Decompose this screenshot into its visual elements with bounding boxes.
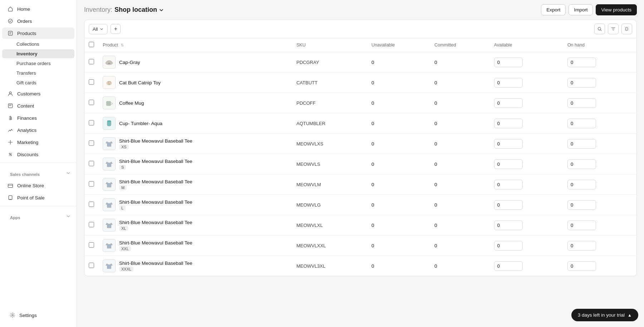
sales-channels-expand-icon[interactable] (65, 170, 72, 176)
row-checkbox-cell (84, 174, 98, 195)
table-body: Cap-Gray PDCGRAY 0 0 (84, 52, 636, 276)
sidebar-item-inventory[interactable]: Inventory (2, 49, 74, 58)
on-hand-input[interactable] (567, 139, 596, 149)
on-hand-input[interactable] (567, 159, 596, 169)
on-hand-cell (563, 256, 636, 276)
available-cell (490, 236, 563, 256)
on-hand-input[interactable] (567, 221, 596, 230)
unavailable-value: 0 (371, 162, 374, 167)
on-hand-input[interactable] (567, 78, 596, 88)
available-input[interactable] (494, 221, 523, 230)
row-checkbox[interactable] (89, 120, 94, 125)
column-filter-button[interactable] (608, 24, 619, 34)
svg-point-12 (107, 81, 112, 85)
product-variant: S (119, 165, 126, 170)
apps-label: Apps (5, 211, 25, 221)
available-input[interactable] (494, 200, 523, 210)
table-row: Cup- Tumbler- Aqua AQTUMBLER 0 0 (84, 113, 636, 134)
filter-icon (611, 26, 616, 31)
available-input[interactable] (494, 241, 523, 251)
table-row: Shirt-Blue Meowavul Baseball Tee XL MEOW… (84, 215, 636, 236)
product-variant: L (119, 205, 126, 210)
sidebar-item-products[interactable]: Products (2, 28, 74, 39)
row-checkbox[interactable] (89, 161, 94, 166)
sidebar-item-collections[interactable]: Collections (2, 40, 74, 49)
product-info: Coffee Mug (119, 100, 144, 106)
product-thumbnail (103, 219, 116, 232)
available-input[interactable] (494, 98, 523, 108)
on-hand-input[interactable] (567, 261, 596, 271)
sidebar-item-content[interactable]: Content (2, 100, 74, 112)
row-checkbox-cell (84, 236, 98, 256)
committed-value: 0 (434, 80, 437, 85)
svg-point-8 (12, 314, 13, 316)
sidebar-item-purchase-orders[interactable]: Purchase orders (2, 59, 74, 68)
product-sort-icon[interactable]: ⇅ (121, 43, 124, 47)
committed-value: 0 (434, 100, 437, 106)
on-hand-input[interactable] (567, 200, 596, 210)
sidebar-item-online-store[interactable]: Online Store (2, 180, 74, 191)
sidebar-item-point-of-sale[interactable]: Point of Sale (2, 192, 74, 203)
unavailable-cell: 0 (367, 93, 430, 113)
on-hand-input[interactable] (567, 241, 596, 251)
view-products-button[interactable]: View products (596, 4, 637, 15)
row-checkbox[interactable] (89, 263, 94, 268)
row-checkbox[interactable] (89, 140, 94, 146)
product-variant: XL (119, 226, 128, 231)
sidebar-item-orders[interactable]: Orders (2, 15, 74, 27)
location-dropdown-button[interactable]: Shop location (114, 6, 164, 14)
committed-cell: 0 (430, 256, 489, 276)
sidebar-item-gift-cards[interactable]: Gift cards (2, 78, 74, 87)
filter-all-button[interactable]: All (89, 24, 108, 34)
sidebar-item-customers[interactable]: Customers (2, 88, 74, 99)
sidebar-item-home[interactable]: Home (2, 3, 74, 15)
import-button[interactable]: Import (569, 4, 593, 15)
on-hand-input[interactable] (567, 98, 596, 108)
row-checkbox[interactable] (89, 242, 94, 248)
col-unavailable: Unavailable (367, 38, 430, 52)
product-variant: M (119, 185, 127, 190)
sku-value: MEOWVL3XL (296, 263, 325, 269)
row-checkbox[interactable] (89, 79, 94, 85)
available-input[interactable] (494, 180, 523, 189)
row-checkbox[interactable] (89, 202, 94, 207)
product-info: Shirt-Blue Meowavul Baseball Tee XL (119, 220, 192, 231)
available-input[interactable] (494, 78, 523, 88)
product-cell: Shirt-Blue Meowavul Baseball Tee M (98, 174, 292, 195)
finances-icon (7, 115, 14, 121)
sidebar-item-purchase-orders-label: Purchase orders (16, 61, 50, 66)
row-checkbox[interactable] (89, 59, 94, 64)
row-checkbox[interactable] (89, 181, 94, 187)
online-store-icon (7, 182, 14, 189)
trial-banner[interactable]: 3 days left in your trial ▲ (571, 309, 638, 321)
sort-button[interactable] (621, 24, 632, 34)
sidebar-item-discounts[interactable]: Discounts (2, 149, 74, 160)
row-checkbox[interactable] (89, 222, 94, 227)
available-input[interactable] (494, 261, 523, 271)
page-title-prefix: Inventory: (84, 6, 112, 14)
sidebar-item-analytics[interactable]: Analytics (2, 124, 74, 136)
available-input[interactable] (494, 119, 523, 128)
on-hand-input[interactable] (567, 180, 596, 189)
sidebar-item-settings[interactable]: Settings (4, 309, 72, 321)
available-input[interactable] (494, 159, 523, 169)
product-name: Shirt-Blue Meowavul Baseball Tee (119, 220, 192, 225)
committed-value: 0 (434, 182, 437, 187)
search-icon (597, 26, 602, 31)
apps-expand-icon[interactable] (65, 213, 72, 219)
col-on-hand: On hand (563, 38, 636, 52)
add-filter-button[interactable]: + (111, 24, 121, 34)
export-button[interactable]: Export (541, 4, 566, 15)
select-all-checkbox[interactable] (89, 42, 94, 47)
row-checkbox[interactable] (89, 100, 94, 105)
on-hand-input[interactable] (567, 58, 596, 67)
available-input[interactable] (494, 139, 523, 149)
sidebar-item-marketing[interactable]: Marketing (2, 137, 74, 148)
on-hand-input[interactable] (567, 119, 596, 128)
table-row: Cap-Gray PDCGRAY 0 0 (84, 52, 636, 73)
sidebar-item-finances[interactable]: Finances (2, 112, 74, 124)
product-cell: Shirt-Blue Meowavul Baseball Tee S (98, 154, 292, 174)
search-button[interactable] (594, 24, 605, 34)
sidebar-item-transfers[interactable]: Transfers (2, 69, 74, 78)
available-input[interactable] (494, 58, 523, 67)
